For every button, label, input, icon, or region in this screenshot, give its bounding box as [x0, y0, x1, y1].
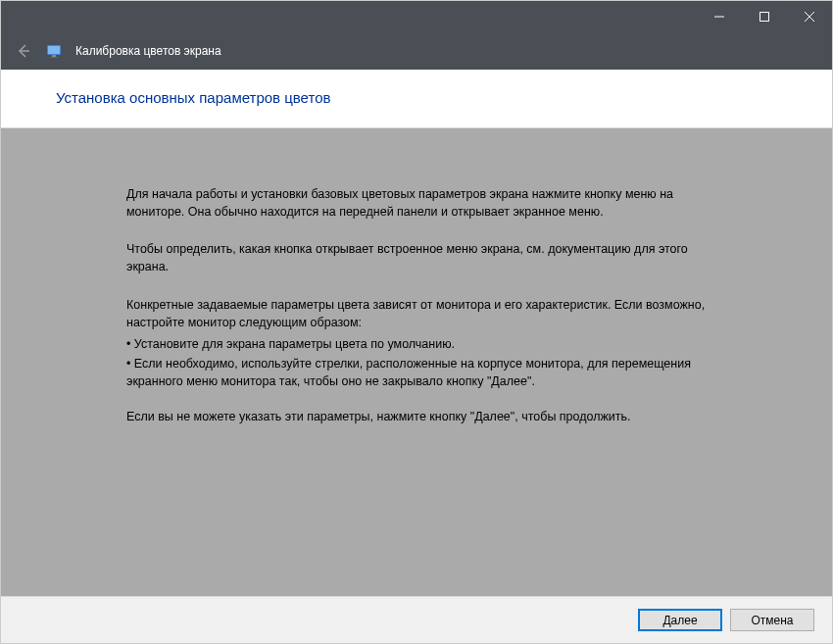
- back-button[interactable]: [15, 42, 32, 60]
- svg-rect-8: [50, 57, 58, 58]
- paragraph-1: Для начала работы и установки базовых цв…: [126, 185, 714, 221]
- maximize-icon: [760, 12, 769, 22]
- monitor-icon: [46, 43, 62, 59]
- next-button[interactable]: Далее: [638, 609, 722, 631]
- page-title-bar: Установка основных параметров цветов: [1, 70, 832, 128]
- back-arrow-icon: [15, 42, 32, 60]
- content-text: Для начала работы и установки базовых цв…: [126, 185, 714, 425]
- header-bar: Калибровка цветов экрана: [1, 32, 832, 70]
- cancel-button[interactable]: Отмена: [730, 609, 814, 631]
- paragraph-2: Чтобы определить, какая кнопка открывает…: [126, 240, 714, 275]
- calibration-window: Калибровка цветов экрана Установка основ…: [0, 0, 833, 644]
- window-controls: [697, 1, 832, 32]
- footer-bar: Далее Отмена: [1, 596, 832, 643]
- minimize-icon: [714, 12, 724, 22]
- close-icon: [805, 12, 814, 22]
- bullet-1: • Установите для экрана параметры цвета …: [126, 335, 714, 353]
- paragraph-4: Если вы не можете указать эти параметры,…: [126, 408, 714, 425]
- svg-rect-1: [760, 13, 769, 22]
- minimize-button[interactable]: [697, 1, 742, 32]
- paragraph-3: Конкретные задаваемые параметры цвета за…: [126, 296, 714, 331]
- page-title: Установка основных параметров цветов: [56, 89, 832, 106]
- close-button[interactable]: [787, 1, 832, 32]
- titlebar: [1, 1, 832, 32]
- bullet-2: • Если необходимо, используйте стрелки, …: [126, 355, 714, 390]
- maximize-button[interactable]: [742, 1, 787, 32]
- svg-rect-6: [48, 46, 60, 54]
- content-area: Для начала работы и установки базовых цв…: [1, 128, 832, 596]
- svg-rect-7: [52, 55, 56, 57]
- header-title: Калибровка цветов экрана: [75, 44, 221, 58]
